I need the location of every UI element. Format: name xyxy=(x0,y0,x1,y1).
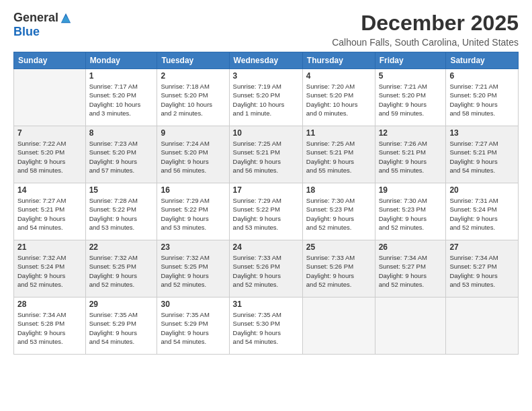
day-info: Sunrise: 7:35 AM Sunset: 5:30 PM Dayligh… xyxy=(233,310,299,346)
table-row xyxy=(14,69,86,126)
day-number: 10 xyxy=(233,128,299,138)
calendar-table: Sunday Monday Tuesday Wednesday Thursday… xyxy=(13,52,519,355)
header-tuesday: Tuesday xyxy=(157,52,229,69)
day-number: 30 xyxy=(161,300,225,309)
day-info: Sunrise: 7:34 AM Sunset: 5:28 PM Dayligh… xyxy=(17,310,82,346)
day-number: 23 xyxy=(161,242,225,252)
day-number: 25 xyxy=(306,242,371,252)
day-info: Sunrise: 7:34 AM Sunset: 5:27 PM Dayligh… xyxy=(449,253,515,289)
table-row: 2Sunrise: 7:18 AM Sunset: 5:20 PM Daylig… xyxy=(157,69,229,126)
table-row: 19Sunrise: 7:30 AM Sunset: 5:23 PM Dayli… xyxy=(375,183,446,240)
day-number: 6 xyxy=(449,71,515,81)
table-row: 21Sunrise: 7:32 AM Sunset: 5:24 PM Dayli… xyxy=(14,240,86,298)
table-row: 7Sunrise: 7:22 AM Sunset: 5:20 PM Daylig… xyxy=(14,126,86,183)
table-row: 16Sunrise: 7:29 AM Sunset: 5:22 PM Dayli… xyxy=(157,183,229,240)
day-info: Sunrise: 7:32 AM Sunset: 5:24 PM Dayligh… xyxy=(17,253,82,289)
day-info: Sunrise: 7:25 AM Sunset: 5:21 PM Dayligh… xyxy=(306,139,371,175)
day-info: Sunrise: 7:18 AM Sunset: 5:20 PM Dayligh… xyxy=(161,82,225,118)
day-info: Sunrise: 7:30 AM Sunset: 5:23 PM Dayligh… xyxy=(379,196,443,232)
table-row: 1Sunrise: 7:17 AM Sunset: 5:20 PM Daylig… xyxy=(85,69,157,126)
day-info: Sunrise: 7:32 AM Sunset: 5:25 PM Dayligh… xyxy=(161,253,225,289)
header-saturday: Saturday xyxy=(446,52,519,69)
day-info: Sunrise: 7:20 AM Sunset: 5:20 PM Dayligh… xyxy=(306,82,371,118)
day-info: Sunrise: 7:22 AM Sunset: 5:20 PM Dayligh… xyxy=(17,139,82,175)
day-number: 24 xyxy=(233,242,299,252)
day-number: 5 xyxy=(379,71,443,81)
table-row: 5Sunrise: 7:21 AM Sunset: 5:20 PM Daylig… xyxy=(375,69,446,126)
table-row: 22Sunrise: 7:32 AM Sunset: 5:25 PM Dayli… xyxy=(85,240,157,298)
table-row xyxy=(375,298,446,355)
table-row: 20Sunrise: 7:31 AM Sunset: 5:24 PM Dayli… xyxy=(446,183,519,240)
day-number: 8 xyxy=(89,128,154,138)
svg-marker-1 xyxy=(62,15,71,22)
calendar-week-row: 14Sunrise: 7:27 AM Sunset: 5:21 PM Dayli… xyxy=(14,183,519,240)
day-number: 9 xyxy=(161,128,225,138)
day-number: 22 xyxy=(89,242,154,252)
title-area: December 2025 Calhoun Falls, South Carol… xyxy=(332,11,519,48)
day-info: Sunrise: 7:25 AM Sunset: 5:21 PM Dayligh… xyxy=(233,139,299,175)
day-number: 14 xyxy=(17,185,82,195)
table-row: 8Sunrise: 7:23 AM Sunset: 5:20 PM Daylig… xyxy=(85,126,157,183)
day-info: Sunrise: 7:31 AM Sunset: 5:24 PM Dayligh… xyxy=(449,196,515,232)
logo-general-text: General xyxy=(13,11,58,25)
day-info: Sunrise: 7:27 AM Sunset: 5:21 PM Dayligh… xyxy=(17,196,82,232)
day-info: Sunrise: 7:23 AM Sunset: 5:20 PM Dayligh… xyxy=(89,139,154,175)
month-title: December 2025 xyxy=(332,11,519,36)
day-number: 12 xyxy=(379,128,443,138)
day-number: 26 xyxy=(379,242,443,252)
table-row: 31Sunrise: 7:35 AM Sunset: 5:30 PM Dayli… xyxy=(229,298,302,355)
day-info: Sunrise: 7:26 AM Sunset: 5:21 PM Dayligh… xyxy=(379,139,443,175)
header-monday: Monday xyxy=(85,52,157,69)
table-row: 12Sunrise: 7:26 AM Sunset: 5:21 PM Dayli… xyxy=(375,126,446,183)
day-number: 18 xyxy=(306,185,371,195)
location-subtitle: Calhoun Falls, South Carolina, United St… xyxy=(332,37,519,48)
table-row: 25Sunrise: 7:33 AM Sunset: 5:26 PM Dayli… xyxy=(302,240,375,298)
day-info: Sunrise: 7:21 AM Sunset: 5:20 PM Dayligh… xyxy=(449,82,515,118)
table-row: 26Sunrise: 7:34 AM Sunset: 5:27 PM Dayli… xyxy=(375,240,446,298)
logo-icon xyxy=(60,12,72,24)
day-info: Sunrise: 7:28 AM Sunset: 5:22 PM Dayligh… xyxy=(89,196,154,232)
header-wednesday: Wednesday xyxy=(229,52,302,69)
table-row: 13Sunrise: 7:27 AM Sunset: 5:21 PM Dayli… xyxy=(446,126,519,183)
page-container: General Blue December 2025 Calhoun Falls… xyxy=(0,0,532,411)
logo: General Blue xyxy=(13,11,72,39)
table-row: 10Sunrise: 7:25 AM Sunset: 5:21 PM Dayli… xyxy=(229,126,302,183)
table-row: 17Sunrise: 7:29 AM Sunset: 5:22 PM Dayli… xyxy=(229,183,302,240)
calendar-week-row: 7Sunrise: 7:22 AM Sunset: 5:20 PM Daylig… xyxy=(14,126,519,183)
day-info: Sunrise: 7:17 AM Sunset: 5:20 PM Dayligh… xyxy=(89,82,154,118)
day-number: 7 xyxy=(17,128,82,138)
day-number: 28 xyxy=(17,300,82,309)
day-info: Sunrise: 7:24 AM Sunset: 5:20 PM Dayligh… xyxy=(161,139,225,175)
day-number: 17 xyxy=(233,185,299,195)
day-number: 11 xyxy=(306,128,371,138)
day-number: 15 xyxy=(89,185,154,195)
calendar-week-row: 1Sunrise: 7:17 AM Sunset: 5:20 PM Daylig… xyxy=(14,69,519,126)
header-sunday: Sunday xyxy=(14,52,86,69)
day-info: Sunrise: 7:34 AM Sunset: 5:27 PM Dayligh… xyxy=(379,253,443,289)
day-info: Sunrise: 7:27 AM Sunset: 5:21 PM Dayligh… xyxy=(449,139,515,175)
day-info: Sunrise: 7:33 AM Sunset: 5:26 PM Dayligh… xyxy=(306,253,371,289)
day-number: 27 xyxy=(449,242,515,252)
table-row: 6Sunrise: 7:21 AM Sunset: 5:20 PM Daylig… xyxy=(446,69,519,126)
day-number: 3 xyxy=(233,71,299,81)
day-info: Sunrise: 7:30 AM Sunset: 5:23 PM Dayligh… xyxy=(306,196,371,232)
table-row: 14Sunrise: 7:27 AM Sunset: 5:21 PM Dayli… xyxy=(14,183,86,240)
table-row: 24Sunrise: 7:33 AM Sunset: 5:26 PM Dayli… xyxy=(229,240,302,298)
day-number: 2 xyxy=(161,71,225,81)
day-number: 1 xyxy=(89,71,154,81)
table-row: 23Sunrise: 7:32 AM Sunset: 5:25 PM Dayli… xyxy=(157,240,229,298)
header: General Blue December 2025 Calhoun Falls… xyxy=(13,11,519,48)
day-number: 20 xyxy=(449,185,515,195)
table-row xyxy=(446,298,519,355)
table-row: 28Sunrise: 7:34 AM Sunset: 5:28 PM Dayli… xyxy=(14,298,86,355)
calendar-header-row: Sunday Monday Tuesday Wednesday Thursday… xyxy=(14,52,519,69)
day-number: 16 xyxy=(161,185,225,195)
logo-blue-text: Blue xyxy=(13,25,40,38)
table-row xyxy=(302,298,375,355)
day-info: Sunrise: 7:32 AM Sunset: 5:25 PM Dayligh… xyxy=(89,253,154,289)
day-number: 31 xyxy=(233,300,299,309)
table-row: 27Sunrise: 7:34 AM Sunset: 5:27 PM Dayli… xyxy=(446,240,519,298)
day-info: Sunrise: 7:29 AM Sunset: 5:22 PM Dayligh… xyxy=(161,196,225,232)
day-info: Sunrise: 7:19 AM Sunset: 5:20 PM Dayligh… xyxy=(233,82,299,118)
day-number: 13 xyxy=(449,128,515,138)
